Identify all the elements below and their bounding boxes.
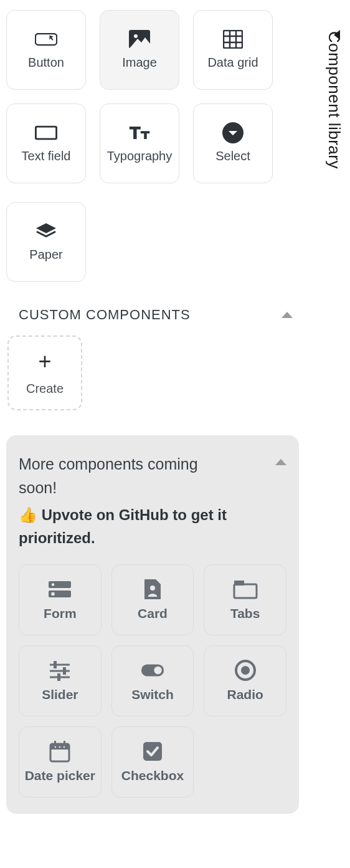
future-label: Date picker xyxy=(25,768,95,783)
svg-point-24 xyxy=(154,667,161,674)
coming-soon-panel: More components coming soon! 👍 Upvote on… xyxy=(6,435,299,814)
svg-point-12 xyxy=(52,584,55,587)
typography-icon xyxy=(128,124,151,142)
custom-components-header[interactable]: CUSTOM COMPONENTS xyxy=(6,282,299,335)
svg-point-31 xyxy=(55,746,57,748)
component-grid: Button Image Data grid Text field Typogr xyxy=(6,10,299,183)
select-icon xyxy=(222,124,244,142)
text-field-icon xyxy=(35,124,57,142)
future-slider[interactable]: Slider xyxy=(19,645,102,716)
component-button[interactable]: Button xyxy=(6,10,86,90)
svg-rect-18 xyxy=(54,661,57,668)
future-label: Slider xyxy=(42,687,78,702)
upvote-text: Upvote on GitHub to get it prioritized. xyxy=(19,506,227,546)
coming-soon-title: More components coming soon! xyxy=(19,453,230,499)
future-radio[interactable]: Radio xyxy=(204,645,286,716)
component-typography[interactable]: Typography xyxy=(100,104,179,183)
svg-point-32 xyxy=(59,746,61,748)
svg-point-14 xyxy=(150,586,155,591)
component-label: Select xyxy=(215,149,250,163)
svg-point-2 xyxy=(134,34,138,38)
future-card[interactable]: Card xyxy=(111,564,194,635)
future-label: Tabs xyxy=(230,606,260,621)
button-icon xyxy=(35,31,57,48)
future-label: Radio xyxy=(227,687,263,702)
switch-icon xyxy=(140,660,165,681)
svg-point-33 xyxy=(64,746,65,748)
svg-rect-13 xyxy=(52,592,55,596)
component-select[interactable]: Select xyxy=(193,104,273,183)
plus-icon: + xyxy=(38,350,51,373)
future-label: Switch xyxy=(131,687,174,702)
svg-rect-30 xyxy=(64,741,65,746)
data-grid-icon xyxy=(222,31,244,48)
component-label: Data grid xyxy=(207,55,258,70)
thumbs-up-emoji: 👍 xyxy=(19,506,37,523)
create-label: Create xyxy=(26,382,64,396)
radio-icon xyxy=(233,660,258,681)
component-label: Image xyxy=(122,55,157,70)
chevron-up-icon xyxy=(281,312,293,318)
component-data-grid[interactable]: Data grid xyxy=(193,10,273,90)
coming-soon-subtitle: 👍 Upvote on GitHub to get it prioritized… xyxy=(19,503,286,549)
component-grid-row2: Paper xyxy=(6,202,299,282)
component-label: Typography xyxy=(107,149,173,163)
svg-rect-34 xyxy=(143,742,162,761)
svg-point-26 xyxy=(241,666,250,675)
future-label: Form xyxy=(44,606,77,621)
tabs-icon xyxy=(233,579,258,600)
checkbox-icon xyxy=(140,741,165,762)
component-text-field[interactable]: Text field xyxy=(6,104,86,183)
date-picker-icon xyxy=(47,741,72,762)
slider-icon xyxy=(47,660,72,681)
svg-rect-15 xyxy=(234,584,257,598)
future-components-grid: Form Card Tabs Slider xyxy=(19,564,286,798)
svg-rect-0 xyxy=(35,34,57,45)
svg-rect-3 xyxy=(224,31,242,48)
paper-icon xyxy=(35,223,57,240)
svg-rect-8 xyxy=(35,127,56,139)
svg-rect-29 xyxy=(54,741,56,746)
chevron-up-icon xyxy=(275,459,286,465)
component-paper[interactable]: Paper xyxy=(6,202,86,282)
svg-rect-22 xyxy=(57,673,60,681)
coming-soon-header[interactable]: More components coming soon! xyxy=(19,453,286,499)
future-label: Checkbox xyxy=(121,768,184,783)
card-icon xyxy=(140,579,165,600)
component-library-panel: Button Image Data grid Text field Typogr xyxy=(0,0,305,820)
future-checkbox[interactable]: Checkbox xyxy=(111,726,194,798)
component-image[interactable]: Image xyxy=(100,10,179,90)
component-label: Button xyxy=(28,55,64,70)
component-label: Text field xyxy=(22,149,71,163)
component-label: Paper xyxy=(29,248,62,262)
form-icon xyxy=(47,579,72,600)
image-icon xyxy=(128,31,151,48)
svg-rect-20 xyxy=(63,667,66,675)
future-form[interactable]: Form xyxy=(19,564,102,635)
custom-components-heading: CUSTOM COMPONENTS xyxy=(19,307,191,323)
future-switch[interactable]: Switch xyxy=(111,645,194,716)
future-label: Card xyxy=(138,606,168,621)
future-date-picker[interactable]: Date picker xyxy=(19,726,102,798)
future-tabs[interactable]: Tabs xyxy=(204,564,286,635)
panel-title: Component library xyxy=(324,31,344,169)
create-component-button[interactable]: + Create xyxy=(7,335,82,410)
svg-rect-16 xyxy=(234,581,244,586)
